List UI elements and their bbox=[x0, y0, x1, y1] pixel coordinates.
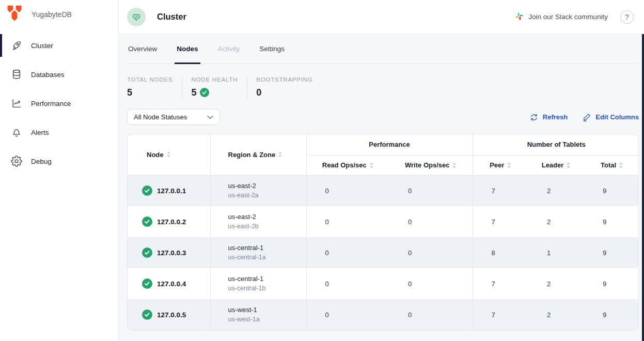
sort-icon bbox=[452, 162, 457, 168]
edit-columns-label: Edit Columns bbox=[595, 113, 639, 121]
table-controls: All Node Statuses bbox=[127, 109, 639, 125]
column-header-label: Read Ops/sec bbox=[322, 161, 367, 169]
sidebar-item-label: Cluster bbox=[31, 42, 53, 50]
help-icon[interactable]: ? bbox=[620, 10, 634, 24]
join-slack-link[interactable]: Join our Slack community bbox=[515, 12, 608, 22]
column-header-peer[interactable]: Peer bbox=[473, 155, 528, 175]
cluster-health-avatar bbox=[127, 8, 146, 26]
column-header-read-ops[interactable]: Read Ops/sec bbox=[306, 155, 389, 175]
write-ops-value: 0 bbox=[389, 206, 473, 237]
sidebar-item-debug[interactable]: Debug bbox=[0, 147, 118, 176]
write-ops-value: 0 bbox=[389, 175, 473, 206]
tab-nodes[interactable]: Nodes bbox=[176, 34, 199, 64]
node-healthy-check-icon bbox=[142, 247, 152, 258]
peer-tablets-value: 7 bbox=[473, 299, 528, 330]
total-tablets-value: 9 bbox=[584, 175, 639, 206]
node-healthy-check-icon bbox=[142, 278, 152, 289]
sort-icon bbox=[619, 162, 623, 168]
content-area: Overview Nodes Activity Settings TOTAL N… bbox=[119, 34, 644, 341]
sidebar-item-databases[interactable]: Databases bbox=[0, 60, 118, 89]
brand-name: YugabyteDB bbox=[32, 10, 72, 19]
node-zone: us-east-2a bbox=[228, 191, 306, 199]
bell-icon bbox=[11, 127, 22, 138]
read-ops-value: 0 bbox=[306, 299, 389, 330]
node-zone: us-west-1a bbox=[228, 315, 306, 323]
slack-icon bbox=[515, 12, 524, 22]
node-healthy-check-icon bbox=[142, 185, 152, 196]
read-ops-value: 0 bbox=[306, 268, 389, 299]
sidebar: YugabyteDB Cluster bbox=[0, 0, 119, 341]
node-region: us-east-2 bbox=[228, 213, 306, 222]
sidebar-item-alerts[interactable]: Alerts bbox=[0, 118, 118, 147]
column-header-label: Node bbox=[147, 151, 164, 159]
column-header-label: Leader bbox=[542, 161, 564, 169]
node-healthy-check-icon bbox=[142, 216, 152, 227]
table-row[interactable]: 127.0.0.4 us-central-1 us-central-1b 0 0… bbox=[128, 268, 639, 299]
read-ops-value: 0 bbox=[306, 237, 389, 268]
leader-tablets-value: 2 bbox=[528, 206, 584, 237]
column-header-leader[interactable]: Leader bbox=[528, 155, 584, 175]
node-stats: TOTAL NODES 5 NODE HEALTH 5 bbox=[127, 76, 644, 98]
sidebar-item-performance[interactable]: Performance bbox=[0, 89, 118, 118]
brand[interactable]: YugabyteDB bbox=[0, 0, 118, 29]
stat-label: BOOTSTRAPPING bbox=[256, 76, 312, 83]
peer-tablets-value: 8 bbox=[473, 237, 528, 268]
table-row[interactable]: 127.0.0.5 us-west-1 us-west-1a 0 0 7 2 9 bbox=[128, 299, 639, 330]
total-tablets-value: 9 bbox=[584, 268, 639, 299]
sort-icon bbox=[369, 162, 374, 168]
nodes-table: Node Region & Zone Performance Number of… bbox=[128, 134, 639, 330]
column-header-total[interactable]: Total bbox=[584, 155, 639, 175]
nodes-table-card: Node Region & Zone Performance Number of… bbox=[127, 134, 639, 331]
vertical-scrollbar[interactable] bbox=[642, 34, 644, 341]
node-zone: us-central-1b bbox=[228, 284, 306, 292]
table-row[interactable]: 127.0.0.2 us-east-2 us-east-2b 0 0 7 2 9 bbox=[128, 206, 639, 237]
app-window: YugabyteDB Cluster bbox=[0, 0, 644, 341]
database-icon bbox=[11, 69, 22, 80]
column-header-write-ops[interactable]: Write Ops/sec bbox=[389, 155, 473, 175]
join-slack-label: Join our Slack community bbox=[528, 13, 608, 21]
leader-tablets-value: 1 bbox=[528, 237, 584, 268]
sidebar-item-label: Alerts bbox=[31, 129, 49, 136]
healthy-check-icon bbox=[200, 88, 209, 97]
heart-check-icon bbox=[131, 12, 142, 22]
read-ops-value: 0 bbox=[306, 175, 389, 206]
column-group-tablets: Number of Tablets bbox=[473, 134, 639, 155]
read-ops-value: 0 bbox=[306, 206, 389, 237]
rocket-icon bbox=[11, 40, 22, 51]
total-tablets-value: 9 bbox=[584, 206, 639, 237]
column-header-label: Total bbox=[601, 161, 616, 169]
chevron-down-icon bbox=[207, 115, 213, 119]
node-status-filter-select[interactable]: All Node Statuses bbox=[127, 109, 220, 125]
sort-icon bbox=[507, 162, 511, 168]
gear-icon bbox=[11, 156, 22, 167]
stat-total-nodes: TOTAL NODES 5 bbox=[127, 76, 182, 98]
total-tablets-value: 9 bbox=[584, 299, 639, 330]
peer-tablets-value: 7 bbox=[473, 175, 528, 206]
column-group-performance: Performance bbox=[306, 134, 473, 155]
sort-icon bbox=[278, 151, 282, 158]
node-region: us-central-1 bbox=[228, 275, 306, 284]
edit-columns-button[interactable]: Edit Columns bbox=[582, 113, 639, 122]
tab-settings[interactable]: Settings bbox=[258, 34, 286, 64]
stat-bootstrapping: BOOTSTRAPPING 0 bbox=[247, 76, 322, 98]
tab-overview[interactable]: Overview bbox=[127, 34, 158, 64]
node-ip: 127.0.0.1 bbox=[157, 187, 186, 195]
node-ip: 127.0.0.3 bbox=[157, 249, 186, 257]
sidebar-item-cluster[interactable]: Cluster bbox=[0, 31, 118, 60]
peer-tablets-value: 7 bbox=[473, 206, 528, 237]
table-row[interactable]: 127.0.0.1 us-east-2 us-east-2a 0 0 7 2 9 bbox=[128, 175, 639, 206]
leader-tablets-value: 2 bbox=[528, 268, 584, 299]
node-ip: 127.0.0.4 bbox=[157, 280, 186, 288]
column-header-label: Peer bbox=[490, 161, 504, 169]
sort-icon bbox=[166, 151, 171, 158]
refresh-button[interactable]: Refresh bbox=[529, 113, 568, 122]
table-row[interactable]: 127.0.0.3 us-central-1 us-central-1a 0 0… bbox=[128, 237, 639, 268]
column-header-node[interactable]: Node bbox=[128, 134, 210, 175]
yugabytedb-logo-icon bbox=[5, 4, 24, 25]
column-header-region[interactable]: Region & Zone bbox=[210, 134, 306, 175]
tab-activity[interactable]: Activity bbox=[217, 34, 241, 64]
node-ip: 127.0.0.5 bbox=[157, 311, 186, 319]
sidebar-item-label: Performance bbox=[31, 100, 71, 107]
write-ops-value: 0 bbox=[389, 299, 473, 330]
page-title: Cluster bbox=[157, 12, 186, 22]
